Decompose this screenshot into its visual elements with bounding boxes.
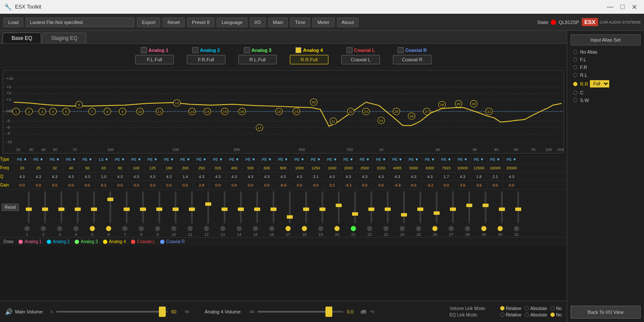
band-indicator-25[interactable] — [410, 226, 427, 231]
eq-cell-q-22[interactable]: 4.3 — [356, 175, 373, 179]
eq-cell-type-12[interactable]: PE ▼ — [193, 157, 210, 162]
eq-cell-q-13[interactable]: 4.3 — [210, 175, 226, 179]
band-indicator-26[interactable] — [427, 226, 443, 231]
eq-cell-gain-3[interactable]: 0.0 — [46, 183, 63, 187]
eq-cell-q-7[interactable]: 4.3 — [112, 175, 128, 179]
eq-cell-freq-1[interactable]: 20 — [14, 166, 30, 170]
eq-cell-q-23[interactable]: 4.3 — [373, 175, 389, 179]
slider-thumb-9[interactable] — [156, 208, 162, 211]
slider-thumb-7[interactable] — [124, 208, 130, 211]
language-button[interactable]: Language — [217, 18, 247, 27]
eq-cell-type-22[interactable]: PE ▼ — [356, 157, 373, 162]
band-indicator-21[interactable] — [345, 226, 361, 231]
slider-track-23[interactable] — [387, 191, 389, 223]
vol-link-no[interactable]: No — [550, 306, 562, 311]
alias-item-fl[interactable]: F.L — [571, 56, 641, 63]
band-indicator-10[interactable] — [166, 226, 182, 231]
eq-cell-freq-29[interactable]: 12500 — [471, 166, 487, 170]
draw-item-coaxial-r[interactable]: Coaxial R — [160, 239, 185, 244]
eq-cell-gain-28[interactable]: 3.6 — [454, 183, 471, 187]
eq-cell-freq-8[interactable]: 100 — [128, 166, 144, 170]
eq-cell-freq-22[interactable]: 2500 — [356, 166, 373, 170]
slider-track-29[interactable] — [485, 191, 486, 223]
eq-cell-freq-25[interactable]: 5000 — [405, 166, 422, 170]
eq-cell-type-11[interactable]: PE ▼ — [177, 157, 193, 162]
band-indicator-3[interactable] — [52, 226, 68, 231]
draw-item-coaxial-l[interactable]: Coaxial L — [131, 239, 155, 244]
eq-cell-gain-13[interactable]: 0.0 — [210, 183, 226, 187]
slider-track-1[interactable] — [28, 191, 30, 223]
eq-cell-gain-31[interactable]: 0.0 — [503, 183, 519, 187]
eq-cell-freq-10[interactable]: 160 — [161, 166, 177, 170]
band-indicator-23[interactable] — [378, 226, 394, 231]
eq-cell-q-8[interactable]: 4.3 — [128, 175, 144, 179]
eq-cell-q-18[interactable]: 4.3 — [291, 175, 307, 179]
slider-track-25[interactable] — [419, 191, 421, 223]
slider-track-6[interactable] — [109, 191, 111, 223]
channel-btn-coaxial_r[interactable]: Coaxial R — [393, 55, 431, 64]
eq-cell-freq-17[interactable]: 800 — [275, 166, 291, 170]
slider-track-19[interactable] — [322, 191, 323, 223]
channel-btn-analog4[interactable]: R.R.Full — [290, 55, 328, 64]
slider-thumb-12[interactable] — [205, 202, 211, 206]
eq-cell-gain-7[interactable]: 0.0 — [112, 183, 128, 187]
eq-cell-gain-4[interactable]: 0.0 — [63, 183, 79, 187]
eq-cell-type-26[interactable]: PE ▼ — [422, 157, 438, 162]
eq-cell-freq-11[interactable]: 200 — [177, 166, 193, 170]
slider-track-3[interactable] — [61, 191, 62, 223]
eq-cell-freq-24[interactable]: 4085 — [389, 166, 405, 170]
slider-track-28[interactable] — [468, 191, 470, 223]
eq-cell-type-2[interactable]: PE ▼ — [30, 157, 46, 162]
eq-cell-type-15[interactable]: PE ▼ — [242, 157, 258, 162]
eq-cell-q-3[interactable]: 4.3 — [46, 175, 63, 179]
slider-thumb-19[interactable] — [319, 208, 325, 211]
eq-link-relative[interactable]: Relative — [500, 313, 521, 317]
slider-thumb-26[interactable] — [434, 211, 440, 215]
eq-cell-gain-18[interactable]: 0.0 — [291, 183, 307, 187]
slider-thumb-15[interactable] — [254, 208, 260, 211]
slider-track-9[interactable] — [158, 191, 160, 223]
slider-thumb-3[interactable] — [58, 208, 64, 211]
eq-cell-type-17[interactable]: PE ▼ — [275, 157, 291, 162]
eq-cell-freq-31[interactable]: 20000 — [503, 166, 519, 170]
band-indicator-15[interactable] — [247, 226, 264, 231]
slider-track-10[interactable] — [175, 191, 176, 223]
eq-cell-freq-16[interactable]: 630 — [258, 166, 275, 170]
band-indicator-13[interactable] — [215, 226, 231, 231]
eq-cell-type-13[interactable]: PE ▼ — [210, 157, 226, 162]
eq-cell-gain-10[interactable]: 0.0 — [161, 183, 177, 187]
slider-track-15[interactable] — [256, 191, 258, 223]
band-indicator-30[interactable] — [492, 226, 508, 231]
eq-cell-gain-22[interactable]: 0.0 — [356, 183, 373, 187]
eq-cell-freq-18[interactable]: 1000 — [291, 166, 307, 170]
eq-cell-gain-14[interactable]: 0.0 — [226, 183, 242, 187]
eq-cell-gain-17[interactable]: -6.6 — [275, 183, 291, 187]
slider-track-24[interactable] — [403, 191, 405, 223]
eq-cell-gain-9[interactable]: 0.0 — [144, 183, 161, 187]
eq-cell-type-4[interactable]: PE ▼ — [63, 157, 79, 162]
eq-cell-gain-27[interactable]: 0.0 — [438, 183, 454, 187]
slider-thumb-6[interactable] — [107, 198, 113, 201]
eq-cell-q-28[interactable]: 4.3 — [454, 175, 471, 179]
slider-thumb-23[interactable] — [385, 208, 391, 211]
slider-track-26[interactable] — [436, 191, 437, 223]
band-indicator-2[interactable] — [35, 226, 52, 231]
eq-cell-gain-21[interactable]: -4.1 — [340, 183, 356, 187]
back-to-io-button[interactable]: Back To I/O View — [571, 306, 641, 319]
eq-link-absolute[interactable]: Absolute — [525, 313, 547, 317]
slider-thumb-21[interactable] — [352, 212, 358, 216]
channel-btn-analog1[interactable]: F.L.Full — [135, 55, 174, 64]
eq-cell-gain-2[interactable]: 0.0 — [30, 183, 46, 187]
band-indicator-18[interactable] — [296, 226, 313, 231]
eq-cell-freq-19[interactable]: 1250 — [307, 166, 324, 170]
eq-cell-freq-28[interactable]: 10000 — [454, 166, 471, 170]
rr-dropdown[interactable]: Full — [590, 80, 609, 87]
eq-cell-gain-23[interactable]: 0.0 — [373, 183, 389, 187]
eq-cell-type-28[interactable]: PE ▼ — [454, 157, 471, 162]
slider-thumb-24[interactable] — [401, 213, 407, 217]
main-volume-track[interactable] — [56, 311, 168, 313]
slider-thumb-13[interactable] — [222, 208, 228, 211]
eq-cell-gain-19[interactable]: 0.0 — [307, 183, 324, 187]
channel-btn-coaxial_l[interactable]: Coaxial L — [341, 55, 380, 64]
draw-item-analog-3[interactable]: Analog 3 — [75, 239, 97, 244]
